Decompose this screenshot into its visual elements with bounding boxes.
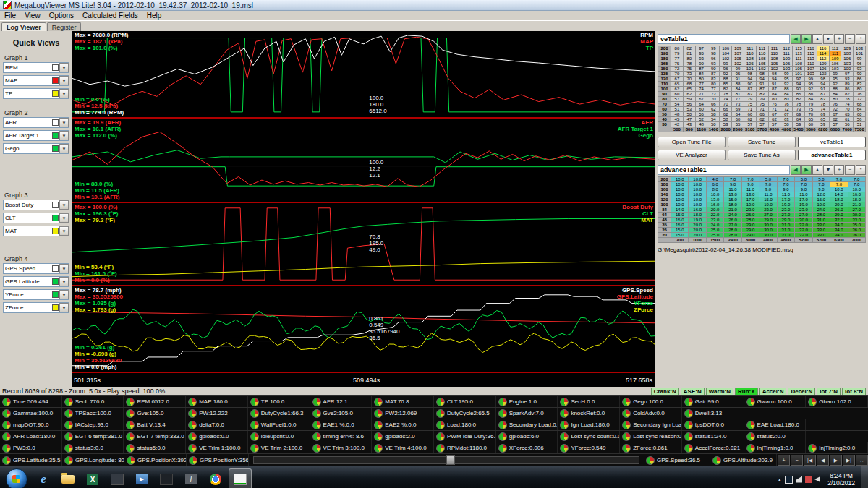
- ve-table-cell[interactable]: 62: [768, 117, 780, 122]
- ve-table-cell[interactable]: 102: [768, 67, 780, 72]
- ve-table-cell[interactable]: 77: [732, 97, 744, 102]
- ve-table-cell[interactable]: 86: [841, 87, 854, 92]
- ve-table-cell[interactable]: 87: [707, 72, 720, 77]
- gauge-status5[interactable]: status5:0.0: [124, 442, 186, 453]
- ve-table-cell[interactable]: 71: [756, 107, 768, 112]
- ve-table-cell[interactable]: 98: [756, 72, 768, 77]
- ve-table-cell[interactable]: 66: [720, 107, 732, 112]
- ve-table-cell[interactable]: 103: [854, 46, 866, 51]
- advance-table-cell[interactable]: 11.0: [724, 187, 741, 192]
- ve-table-cell[interactable]: 112: [780, 46, 793, 51]
- advance-table-cell[interactable]: 11.0: [741, 187, 759, 192]
- gauge-map[interactable]: MAP:180.0: [186, 396, 248, 407]
- sidebar-item-tp[interactable]: TP▼: [3, 88, 69, 99]
- ve-table-cell[interactable]: 58: [707, 112, 720, 117]
- ve-table-cell[interactable]: 57: [768, 122, 780, 127]
- advance-table-cell[interactable]: 36.0: [848, 233, 865, 238]
- advance-table-cell[interactable]: 31.0: [777, 228, 794, 233]
- advance-table-cell[interactable]: 19.0: [760, 202, 777, 207]
- ve-table-cell[interactable]: 93: [707, 61, 720, 67]
- gauge-dutycycle1[interactable]: DutyCycle1:66.3: [248, 408, 310, 419]
- advance-table-cell[interactable]: 22.0: [706, 213, 723, 218]
- ve-table-cell[interactable]: 70: [841, 107, 854, 112]
- chevron-down-icon[interactable]: ▼: [59, 118, 69, 127]
- advance-table-cell[interactable]: 31.0: [777, 233, 794, 238]
- start-button[interactable]: [6, 468, 27, 488]
- ve-table-cell[interactable]: 75: [804, 107, 817, 112]
- ve-table-cell[interactable]: 87: [768, 87, 780, 92]
- ve-table-cell[interactable]: 88: [720, 77, 732, 82]
- gauge-tpsacc[interactable]: TPSacc:100.0: [62, 408, 124, 419]
- log-chart-area[interactable]: Max = 7080.0 (RPM)Max = 182.1 (kPa)Max =…: [72, 31, 655, 387]
- ve-table-cell[interactable]: 65: [671, 82, 684, 87]
- advance-table-cell[interactable]: 10.0: [671, 177, 689, 182]
- log-position-scrubber[interactable]: [253, 456, 639, 464]
- menu-item-options[interactable]: Options: [45, 12, 78, 20]
- ve-table-cell[interactable]: 94: [756, 77, 768, 82]
- gauge-gps-speed[interactable]: GPS.Speed:36.5: [644, 454, 710, 466]
- gauge-pw3[interactable]: PW3:0.0: [0, 442, 62, 453]
- advance-table-cell[interactable]: 9.0: [760, 187, 777, 192]
- ve-table-cell[interactable]: 98: [768, 72, 780, 77]
- advance-table-cell[interactable]: 10.0: [671, 187, 689, 192]
- ve-table-cell[interactable]: 91: [756, 82, 768, 87]
- gauge-mat[interactable]: MAT:70.8: [372, 396, 434, 407]
- gauge-batt-v[interactable]: Batt V:13.4: [124, 419, 186, 430]
- ve-table-cell[interactable]: 73: [683, 72, 695, 77]
- ve-table-cell[interactable]: 51: [854, 122, 866, 127]
- ve-table-cell[interactable]: 70: [720, 102, 732, 107]
- ve-table-cell[interactable]: 91: [732, 77, 744, 82]
- explorer-folder-icon[interactable]: [56, 468, 80, 488]
- advance-table-cell[interactable]: 20.0: [706, 207, 723, 213]
- ve-table-cell[interactable]: 42: [671, 122, 684, 127]
- ve-table-cell[interactable]: 67: [768, 112, 780, 117]
- advance-table-cell[interactable]: 7.0: [830, 177, 848, 182]
- ve-table-cell[interactable]: 54: [707, 117, 720, 122]
- ve-table-cell[interactable]: 67: [829, 112, 841, 117]
- ve-table-cell[interactable]: 96: [707, 56, 720, 61]
- zoom-in-button[interactable]: +: [778, 455, 790, 466]
- scrubber-thumb[interactable]: [446, 455, 455, 465]
- gauge-ve-trim-4[interactable]: VE Trim 4:100.0: [372, 442, 434, 453]
- advance-table-cell[interactable]: 11.0: [795, 192, 812, 197]
- ve-table-cell[interactable]: 111: [756, 46, 768, 51]
- advance-table-cell[interactable]: 9.0: [724, 182, 741, 187]
- sidebar-item-rpm[interactable]: RPM▼: [3, 62, 69, 73]
- gauge-gps-latitude[interactable]: GPS.Latitude:35.51675: [0, 454, 62, 466]
- ve-table-cell[interactable]: 96: [854, 61, 866, 67]
- advance-table-cell[interactable]: 11.0: [760, 192, 777, 197]
- ve-table-cell[interactable]: 84: [804, 97, 817, 102]
- ve-table-cell[interactable]: 111: [793, 56, 805, 61]
- advance-table-cell[interactable]: 28.0: [812, 213, 830, 218]
- advance-table-title[interactable]: advanceTable1: [658, 165, 790, 175]
- ve-table-cell[interactable]: 84: [780, 92, 793, 97]
- chrome-icon[interactable]: [204, 468, 227, 488]
- ve-table-cell[interactable]: 92: [780, 82, 793, 87]
- ve-table-cell[interactable]: 88: [804, 92, 817, 97]
- ve-table-cell[interactable]: 97: [695, 46, 707, 51]
- ve-table-cell[interactable]: 53: [683, 107, 695, 112]
- gauge-xforce[interactable]: XForce:0.006: [496, 442, 558, 453]
- advance-table-cell[interactable]: 31.0: [812, 218, 830, 223]
- ve-table-cell[interactable]: 111: [829, 51, 841, 56]
- ve-table-cell[interactable]: 109: [732, 46, 744, 51]
- advance-table-cell[interactable]: 29.0: [741, 233, 759, 238]
- ve-table-cell[interactable]: 94: [793, 82, 805, 87]
- ve-table-up-icon[interactable]: ▲: [812, 34, 822, 44]
- ve-table-cell[interactable]: 109: [780, 56, 793, 61]
- ve-table-cell[interactable]: 75: [671, 61, 684, 67]
- advance-table-cell[interactable]: 10.0: [706, 192, 723, 197]
- ve-table-cell[interactable]: 67: [780, 112, 793, 117]
- ve-table-cell[interactable]: 81: [732, 92, 744, 97]
- graph-4-plot[interactable]: [72, 286, 655, 372]
- tab-register[interactable]: Register: [47, 22, 82, 31]
- ve-table-cell[interactable]: 76: [829, 102, 841, 107]
- ve-table-cell[interactable]: 108: [768, 56, 780, 61]
- advance-table-cell[interactable]: 10.0: [689, 202, 706, 207]
- ve-table-cell[interactable]: 87: [744, 87, 756, 92]
- ve-table-edit-icon[interactable]: *: [856, 34, 866, 44]
- sidebar-item-gego[interactable]: Gego▼: [3, 143, 69, 154]
- ve-table-cell[interactable]: 69: [817, 112, 829, 117]
- ve-table-cell[interactable]: 88: [732, 82, 744, 87]
- ve-table-cell[interactable]: 108: [841, 51, 854, 56]
